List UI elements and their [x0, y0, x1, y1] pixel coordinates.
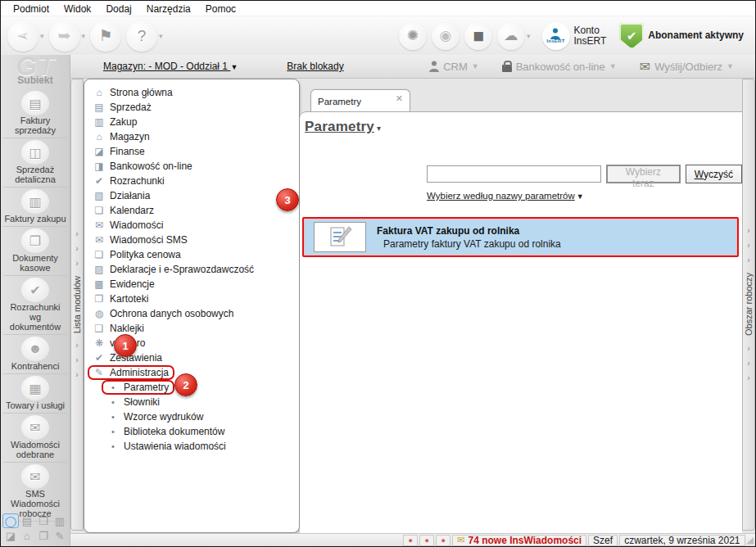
menu-item[interactable]: Pomoc	[198, 2, 243, 16]
bankowosc-button[interactable]: Bankowość on-line▼	[502, 61, 617, 73]
sidebar-shortcut[interactable]: ▤ Faktury sprzedaży	[3, 89, 67, 138]
module-list-item[interactable]: ❑ Naklejki	[88, 321, 296, 336]
callout-1: 1	[114, 334, 137, 357]
toolbar-button[interactable]: ? ▾	[126, 20, 163, 52]
module-list-item[interactable]: ⌂ Magazyn	[88, 129, 296, 144]
brak-blokady-link[interactable]: Brak blokady	[287, 61, 343, 72]
chevron-icon: ›	[75, 368, 78, 382]
toolbar-button-icon[interactable]: ?	[126, 20, 157, 52]
module-icon: ✔	[93, 352, 105, 364]
module-list-item[interactable]: ❏ Polityka cenowa	[88, 247, 296, 262]
toolbar-button[interactable]: ➥ ▾	[49, 20, 86, 52]
menu-item[interactable]: Narzędzia	[139, 2, 198, 16]
sidebar-shortcut[interactable]: ❐ Dokumenty kasowe	[3, 227, 67, 276]
sidebar-mini-icon[interactable]: ▤	[19, 513, 35, 528]
module-list-item[interactable]: ◨ Bankowość on-line	[88, 159, 296, 174]
shortcut-label: Wiadomości odebrane	[3, 440, 67, 459]
current-date: czwartek, 9 września 2021	[619, 535, 745, 546]
inswiadomosci-link[interactable]: ✉ 74 nowe InsWiadomości	[452, 535, 586, 546]
sidebar-mini-icon[interactable]: ✎	[52, 528, 68, 543]
resize-grip[interactable]: ◢	[747, 535, 754, 545]
parameter-row-faktura-vat[interactable]: Faktura VAT zakupu od rolnika Parametry …	[302, 217, 739, 257]
module-icon: •	[107, 397, 119, 407]
module-list-item[interactable]: ❐ Kartoteki	[88, 292, 296, 306]
module-label: Polityka cenowa	[110, 249, 181, 260]
close-icon[interactable]: ✕	[396, 93, 403, 104]
sidebar-shortcut[interactable]: ✉ Wiadomości odebrane	[3, 414, 67, 463]
module-icon: ❐	[93, 293, 105, 305]
menu-item[interactable]: Podmiot	[6, 2, 57, 16]
module-list-item[interactable]: ✉ Wiadomości	[88, 218, 296, 233]
magazyn-selector[interactable]: Magazyn: - MOD - Oddział 1 ▼	[103, 61, 238, 72]
shortcut-label: Sprzedaż detaliczna	[3, 165, 67, 184]
chevron-icon: ›	[747, 356, 749, 371]
module-list-item[interactable]: ❏ Kalendarz	[88, 203, 296, 218]
module-label: Strona główna	[110, 87, 173, 98]
chevron-down-icon[interactable]: ▾	[527, 32, 531, 40]
sidebar-mini-icon[interactable]: ❐	[35, 528, 52, 543]
refresh-icon[interactable]: ✺	[399, 22, 427, 50]
module-list-item[interactable]: ▤ Sprzedaż	[88, 100, 296, 115]
sidebar-mini-icon[interactable]: ◪	[2, 528, 19, 543]
filter-by-name-link[interactable]: Wybierz według nazwy parametrów▼	[427, 191, 584, 201]
sidebar-shortcut[interactable]: ◫ Sprzedaż detaliczna	[3, 138, 67, 188]
chevron-down-icon[interactable]: ▾	[82, 32, 86, 40]
module-list-item[interactable]: ▩ Ewidencje	[88, 277, 296, 292]
sidebar-mini-icon[interactable]: ⌂	[19, 528, 35, 543]
tab-parametry[interactable]: Parametry ✕	[310, 89, 410, 112]
sidebar-mini-icon[interactable]: ▥	[52, 513, 68, 528]
module-list-item[interactable]: ▨ Deklaracje i e-Sprawozdawczość	[88, 262, 296, 277]
shortcut-icon: ☻	[21, 337, 49, 361]
chevron-down-icon[interactable]: ▾	[159, 32, 163, 40]
obszar-roboczy-strip[interactable]: › › › Obszar roboczy › › ›	[742, 79, 755, 531]
wybierz-teraz-button[interactable]: Wybierz teraz	[606, 165, 681, 183]
sidebar-mini-icon[interactable]: ❒	[35, 513, 52, 528]
sidebar-shortcut[interactable]: ✔ Rozrachunki wg dokumentów	[3, 276, 67, 335]
module-list-panel: ⌂ Strona główna ▤ Sprzedaż ▥ Zakup	[84, 79, 300, 533]
status-dot: ●	[436, 535, 450, 546]
toolbar-button-icon[interactable]: ➥	[49, 20, 80, 52]
sidebar-shortcut[interactable]: ▥ Faktury zakupu	[3, 188, 67, 227]
module-label: Deklaracje i e-Sprawozdawczość	[110, 264, 254, 275]
abonament-status[interactable]: ✔ Abonament aktywny	[619, 23, 744, 49]
toolbar-button-icon[interactable]: ➢	[7, 20, 38, 52]
module-icon: ▥	[93, 116, 105, 128]
module-list-item[interactable]: ⌂ Strona główna	[88, 85, 296, 100]
toolbar-button[interactable]: ⚑ ▾	[90, 20, 121, 52]
module-list-item[interactable]: • Wzorce wydruków	[88, 409, 296, 424]
module-list-item[interactable]: • Ustawienia wiadomości	[88, 439, 296, 454]
sidebar-shortcut[interactable]: ☻ Kontrahenci	[3, 335, 67, 374]
chevron-down-icon[interactable]: ▾	[40, 32, 44, 40]
globe-icon[interactable]: ◉	[432, 22, 459, 50]
sidebar-mini-icon[interactable]: ◯	[2, 513, 19, 528]
module-icon: ❏	[93, 249, 105, 260]
module-list-item[interactable]: ◍ Ochrona danych osobowych	[88, 306, 296, 321]
send-receive-button[interactable]: ✉ Wyślij/Odbierz▼	[640, 59, 734, 75]
parametry-page: Parametry ▾ Wybierz teraz Wyczyść Wybier…	[300, 111, 742, 533]
sidebar-shortcut[interactable]: ▦ Towary i usługi	[3, 374, 67, 414]
module-list-item[interactable]: • Biblioteka dokumentów	[88, 424, 296, 439]
wyczysc-button[interactable]: Wyczyść	[686, 165, 742, 183]
cube-icon[interactable]: ◼	[464, 22, 492, 50]
page-title[interactable]: Parametry	[305, 119, 374, 135]
module-list-item[interactable]: ▥ Zakup	[88, 115, 296, 129]
module-label: Zakup	[110, 116, 137, 128]
module-list-item[interactable]: ◪ Finanse	[88, 144, 296, 159]
lista-modulow-strip[interactable]: › › › Lista modułów › › ›	[70, 79, 84, 531]
cloud-icon[interactable]: ☁	[497, 22, 525, 50]
person-icon	[550, 28, 560, 39]
module-list-item[interactable]: ✉ Wiadomości SMS	[88, 233, 296, 247]
crm-button[interactable]: CRM▼	[429, 61, 479, 73]
toolbar-button-icon[interactable]: ⚑	[90, 20, 121, 52]
toolbar-button[interactable]: ➢ ▾	[7, 20, 44, 52]
module-list-item[interactable]: ✔ Rozrachunki	[88, 174, 296, 188]
module-list-item[interactable]: ▧ Działania	[88, 188, 296, 203]
menu-item[interactable]: Dodaj	[98, 2, 138, 16]
module-list-item[interactable]: • Słowniki	[88, 395, 296, 409]
cloud-sync-button[interactable]: ☁ ▾	[497, 22, 531, 50]
search-input[interactable]	[427, 165, 601, 183]
module-icon: ◪	[93, 146, 105, 157]
menu-item[interactable]: Widok	[57, 2, 98, 16]
konto-insert-button[interactable]: InsERT Konto InsERT	[542, 22, 607, 50]
chevron-down-icon[interactable]: ▾	[377, 124, 381, 133]
